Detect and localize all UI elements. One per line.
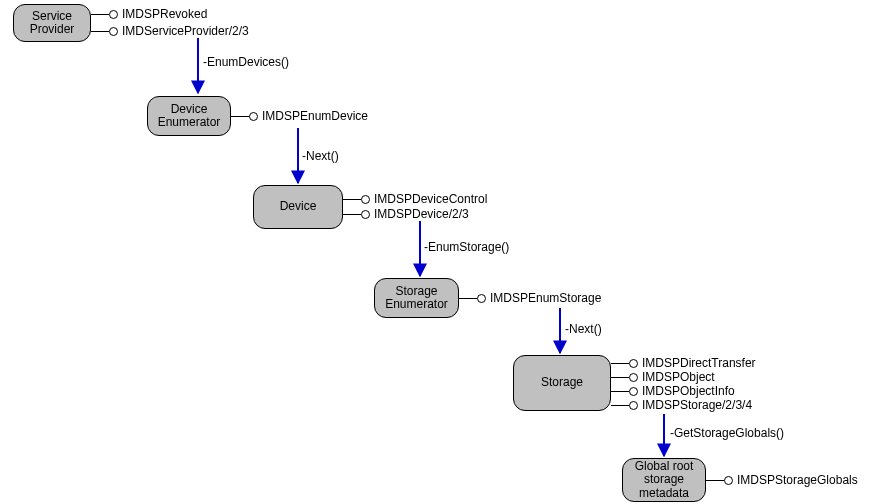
interface-label: IMDSPObject — [642, 370, 715, 384]
node-service-provider: ServiceProvider — [13, 4, 91, 42]
interface-imdspobject: IMDSPObject — [611, 372, 715, 382]
interface-imdspdirecttransfer: IMDSPDirectTransfer — [611, 358, 756, 368]
interface-label: IMDSPDirectTransfer — [642, 356, 756, 370]
interface-imdspdevice: IMDSPDevice/2/3 — [343, 209, 469, 219]
node-label: ServiceProvider — [30, 10, 75, 36]
node-device-enumerator: DeviceEnumerator — [147, 96, 231, 136]
interface-imdspdevicecontrol: IMDSPDeviceControl — [343, 194, 487, 204]
node-storage: Storage — [513, 355, 611, 411]
interface-label: IMDSPDevice/2/3 — [374, 207, 469, 221]
interface-label: IMDSPEnumDevice — [262, 109, 368, 123]
interface-label: IMDSPStorageGlobals — [737, 473, 858, 487]
interface-label: IMDSPDeviceControl — [374, 192, 487, 206]
method-enumstorage: -EnumStorage() — [424, 240, 509, 254]
interface-imdspstorageglobals: IMDSPStorageGlobals — [706, 475, 858, 485]
method-next-2: -Next() — [565, 322, 602, 336]
interface-label: IMDSPStorage/2/3/4 — [642, 398, 752, 412]
interface-label: IMDSPRevoked — [122, 7, 207, 21]
method-enumdevices: -EnumDevices() — [203, 55, 289, 69]
interface-imdspenumstorage: IMDSPEnumStorage — [459, 293, 601, 303]
node-storage-enumerator: StorageEnumerator — [374, 278, 459, 318]
interface-imdspstorage: IMDSPStorage/2/3/4 — [611, 400, 752, 410]
node-global-root-storage-metadata: Global rootstoragemetadata — [622, 458, 706, 502]
interface-label: IMDSPEnumStorage — [490, 291, 601, 305]
node-label: Device — [280, 200, 317, 213]
interface-imdspenumdevice: IMDSPEnumDevice — [231, 111, 368, 121]
interface-imdspobjectinfo: IMDSPObjectInfo — [611, 386, 735, 396]
node-label: DeviceEnumerator — [158, 103, 221, 129]
interface-imdserviceprovider: IMDServiceProvider/2/3 — [91, 26, 249, 36]
node-device: Device — [253, 185, 343, 229]
node-label: Global rootstoragemetadata — [635, 460, 694, 500]
node-label: StorageEnumerator — [385, 285, 448, 311]
node-label: Storage — [541, 376, 583, 389]
method-next-1: -Next() — [302, 149, 339, 163]
method-getstorageglobals: -GetStorageGlobals() — [670, 426, 784, 440]
interface-label: IMDServiceProvider/2/3 — [122, 24, 249, 38]
interface-label: IMDSPObjectInfo — [642, 384, 735, 398]
interface-imdsprevoked: IMDSPRevoked — [91, 9, 207, 19]
